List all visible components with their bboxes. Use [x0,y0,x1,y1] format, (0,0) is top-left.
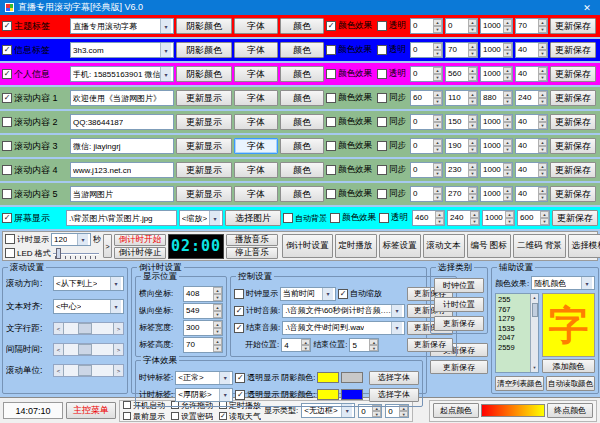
timer-position-button[interactable]: 计时位置 [434,297,484,312]
color-effect-checkbox[interactable] [326,165,336,175]
spin-down-icon[interactable]: ▼ [433,146,442,153]
option-checkbox[interactable] [123,401,131,409]
spin-down-icon[interactable]: ▼ [433,194,442,201]
spin-down-icon[interactable]: ▼ [213,311,222,318]
spin-down-icon[interactable]: ▼ [540,218,549,225]
option-checkbox[interactable] [171,412,179,420]
position-spinner[interactable]: 300▲▼ [183,320,223,336]
scrollbar-thumb[interactable] [78,344,92,355]
position-spinner[interactable]: 549▲▼ [183,303,223,319]
spin-down-icon[interactable]: ▼ [301,345,310,351]
arrow-right-icon[interactable]: > [113,365,123,376]
height-spinner[interactable]: 40▲▼ [515,186,548,202]
row-text-input[interactable]: 微信: jiayingrj [70,138,174,154]
color-list-item[interactable]: 767 [498,305,530,315]
spin-down-icon[interactable]: ▼ [503,74,512,81]
alt-checkbox[interactable] [377,165,387,175]
spin-up-icon[interactable]: ▲ [538,187,547,194]
color-effect-checkbox[interactable] [330,213,340,223]
spin-up-icon[interactable]: ▲ [538,43,547,50]
row-action-button[interactable]: 阴影颜色 [176,66,232,82]
spin-up-icon[interactable]: ▲ [538,67,547,74]
expand-button[interactable]: > [103,234,112,258]
direction-select[interactable]: <从下到上>▾ [53,276,124,291]
spin-up-icon[interactable]: ▲ [505,211,514,218]
width-spinner[interactable]: 1000▲▼ [480,114,513,130]
led-format-slider[interactable] [53,248,99,259]
spin-down-icon[interactable]: ▼ [213,328,222,335]
spin-down-icon[interactable]: ▼ [468,194,477,201]
color-effect-checkbox[interactable] [326,189,336,199]
y-spinner[interactable]: 0▲▼ [445,18,478,34]
height-spinner[interactable]: 240▲▼ [515,90,548,106]
alt-checkbox[interactable] [377,21,387,31]
spin-down-icon[interactable]: ▼ [538,194,547,201]
align-select[interactable]: <中心>▾ [53,299,124,314]
save-button[interactable]: 更新保存 [550,114,596,130]
color-listbox[interactable]: 2557671279153520472559 ▲ ▼ [495,293,539,373]
chevron-down-icon[interactable]: ▾ [110,277,121,290]
y-spinner[interactable]: 270▲▼ [445,186,478,202]
color-button[interactable]: 颜色 [280,114,324,130]
y-spinner[interactable]: 230▲▼ [445,162,478,178]
row-text-input[interactable]: 手机: 15855163901 微信: jin▾ [70,66,174,82]
spin-down-icon[interactable]: ▼ [433,50,442,57]
font-button[interactable]: 字体 [234,66,278,82]
height-spinner[interactable]: 40▲▼ [515,162,548,178]
spin-up-icon[interactable]: ▲ [538,19,547,26]
countdown-stop-button[interactable]: 倒计时停止 [114,247,166,259]
spin-down-icon[interactable]: ▼ [503,98,512,105]
color-button[interactable]: 颜色 [280,42,324,58]
spin-up-icon[interactable]: ▲ [433,43,442,50]
auto-read-color-button[interactable]: 自动读取颜色 [546,376,595,391]
font-button[interactable]: 字体 [234,138,278,154]
toolbar-button[interactable]: 标签设置 [379,234,421,258]
option-checkbox[interactable]: ✓ [219,412,227,420]
transparent-checkbox[interactable] [379,213,389,223]
clock-display-checkbox[interactable] [234,289,244,299]
save-button[interactable]: 更新保存 [550,42,596,58]
spin-down-icon[interactable]: ▼ [435,218,444,225]
arrow-left-icon[interactable]: < [54,323,64,334]
end-position-spinner[interactable]: 5▲▼ [349,338,379,352]
save-button[interactable]: 更新保存 [550,18,596,34]
height-spinner[interactable]: 40▲▼ [515,114,548,130]
scroll-up-icon[interactable]: ▲ [533,294,537,302]
auto-background-checkbox[interactable] [283,213,293,223]
listbox-scrollbar[interactable]: ▲ ▼ [530,294,538,372]
spin-up-icon[interactable]: ▲ [468,163,477,170]
chevron-down-icon[interactable]: ▾ [160,19,171,33]
font-button[interactable]: 字体 [234,186,278,202]
clock-mode-select[interactable]: 当前时间▾ [280,287,336,301]
x-spinner[interactable]: 0▲▼ [410,138,443,154]
save-button[interactable]: 更新保存 [407,338,453,352]
start-color-button[interactable]: 起点颜色 [433,403,479,418]
color-button[interactable]: 颜色 [280,18,324,34]
width-spinner[interactable]: 1000▲▼ [482,210,515,226]
color-list-item[interactable]: 2559 [498,343,530,353]
spin-down-icon[interactable]: ▼ [433,74,442,81]
alt-checkbox[interactable] [377,93,387,103]
position-spinner[interactable]: 408▲▼ [183,286,223,302]
spin-up-icon[interactable]: ▲ [213,287,222,294]
spin-down-icon[interactable]: ▼ [433,26,442,33]
alt-checkbox[interactable] [377,117,387,127]
main-menu-button[interactable]: 主控菜单 [66,402,116,419]
font-button[interactable]: 字体 [234,114,278,130]
alt-checkbox[interactable] [377,45,387,55]
scrollbar-thumb[interactable] [78,323,92,334]
spin-down-icon[interactable]: ▼ [503,146,512,153]
scrollbar-thumb[interactable] [78,365,92,376]
spin-up-icon[interactable]: ▲ [433,163,442,170]
spin-up-icon[interactable]: ▲ [538,163,547,170]
save-button[interactable]: 更新保存 [434,316,484,331]
save-button[interactable]: 更新保存 [430,360,488,374]
spin-down-icon[interactable]: ▼ [468,98,477,105]
led-format-checkbox[interactable] [5,248,15,258]
color-list-item[interactable]: 2047 [498,333,530,343]
arrow-right-icon[interactable]: > [113,323,123,334]
height-spinner[interactable]: 70▲▼ [515,18,548,34]
color-button[interactable]: 颜色 [280,162,324,178]
spin-up-icon[interactable]: ▲ [503,163,512,170]
spin-up-icon[interactable]: ▲ [503,19,512,26]
